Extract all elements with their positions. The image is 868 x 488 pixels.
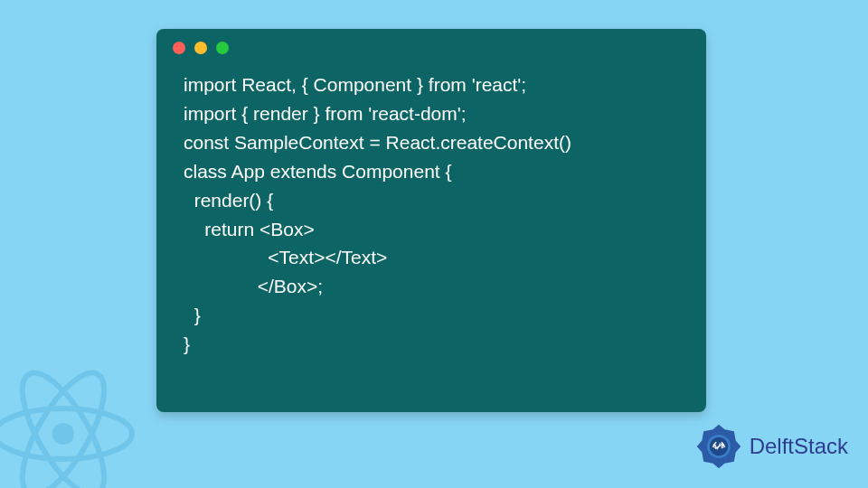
delftstack-badge-icon: </>	[693, 421, 744, 472]
window-controls	[156, 29, 706, 67]
minimize-icon	[194, 42, 207, 54]
code-window: import React, { Component } from 'react'…	[156, 29, 706, 412]
svg-text:</>: </>	[712, 442, 725, 451]
svg-point-3	[52, 423, 74, 445]
maximize-icon	[216, 42, 229, 54]
brand-name: DelftStack	[750, 434, 848, 459]
react-logo-icon	[0, 343, 154, 488]
code-content: import React, { Component } from 'react'…	[156, 67, 706, 359]
close-icon	[173, 42, 185, 54]
delftstack-logo: </> DelftStack	[693, 421, 848, 472]
